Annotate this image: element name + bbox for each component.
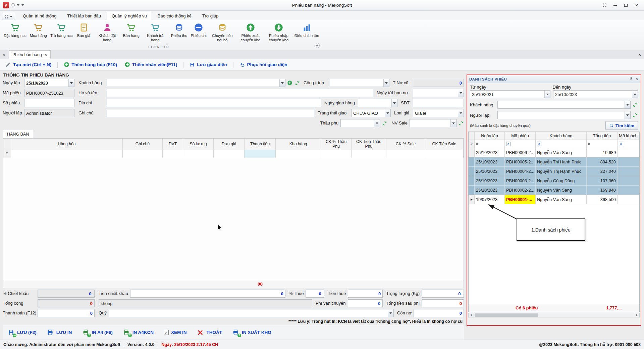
ribbon-item-chuyen-tien-noi-bo[interactable]: Chuyển tiền nội bộ (208, 21, 236, 42)
scroll-left-icon[interactable] (469, 313, 474, 317)
invoice-row[interactable]: 25/10/2023 PBH00004-2... Nguyễn Thị Hạnh… (469, 167, 639, 176)
maximize-button[interactable] (621, 2, 631, 9)
cell-ma-khach[interactable] (618, 167, 639, 176)
chevron-down-icon[interactable] (68, 79, 74, 87)
cell-khach-hang[interactable]: Nguyễn Công Dũng (536, 176, 587, 185)
new-item-row[interactable]: * (3, 150, 464, 158)
quick-access-dropdown-icon[interactable] (17, 4, 19, 6)
ribbon-item-dieu-chinh-ton[interactable]: Điều chỉnh tồn (293, 21, 321, 38)
invoice-row[interactable]: 25/10/2023 PBH00003-2... Nguyễn Công Dũn… (469, 176, 639, 186)
column-header[interactable]: CK Tiền Thầu Phụ (352, 139, 386, 150)
cell-don-gia[interactable] (214, 150, 245, 158)
ribbon-item-phieu-xuat-chuyen-kho[interactable]: Phiếu xuất chuyển kho (236, 21, 265, 42)
cell-ngay-lap[interactable]: 25/10/2023 (475, 186, 505, 195)
cell-tong-tien[interactable]: 107,360 (587, 176, 618, 185)
chevron-down-icon[interactable] (388, 309, 393, 317)
ribbon-item-phieu-thu[interactable]: Phiếu thu (169, 21, 189, 38)
save-layout-button[interactable]: Lưu giao diện (188, 61, 228, 68)
den-ngay-picker[interactable]: 25/10/2023 (553, 90, 638, 98)
filter-cell-khach-hang[interactable]: a (536, 140, 587, 148)
column-header[interactable]: ĐVT (163, 139, 183, 150)
tien-chiet-khau-field[interactable]: 0 (130, 290, 285, 298)
loai-gia-combo[interactable]: Giá lẻ (413, 109, 464, 117)
ribbon-tab-quan-ly-nghiep-vu[interactable]: Quản lý nghiệp vụ (107, 12, 152, 20)
document-tab-phieu-ban-hang[interactable]: Phiếu bán hàng × (9, 50, 51, 59)
cell-hang-hoa[interactable] (11, 150, 123, 158)
cell-ma-khach[interactable] (618, 148, 639, 157)
save-print-button[interactable]: LƯU IN (46, 328, 72, 338)
cell-tong-tien[interactable]: 227,040 (587, 167, 618, 176)
column-header[interactable]: Tổng tiền (587, 132, 618, 140)
trang-thai-giao-combo[interactable]: CHƯA GIAO (351, 109, 391, 117)
add-item-button[interactable]: Thêm hàng hóa (F10) (62, 61, 118, 68)
cell-ma-khach[interactable] (618, 195, 639, 204)
column-header[interactable]: CK % Thầu Phụ (321, 139, 352, 150)
filter-cell-ngay-lap[interactable]: = (475, 140, 505, 148)
column-header[interactable]: Thành tiền (245, 139, 276, 150)
scrollbar-thumb[interactable] (475, 313, 538, 317)
panel-khach-hang-combo[interactable] (497, 101, 631, 109)
quick-access-circle-icon[interactable] (11, 3, 15, 7)
chevron-down-icon[interactable] (450, 119, 456, 127)
panel-nguoi-lap-combo[interactable] (497, 111, 631, 119)
cell-ma-phieu[interactable]: PBH00002-2... (505, 186, 536, 195)
cell-ngay-lap[interactable]: 19/07/2023 (475, 195, 505, 204)
pin-icon[interactable] (629, 77, 633, 81)
preview-print-toggle[interactable]: ✓XEM IN (163, 329, 187, 336)
ribbon-item-ban-hang[interactable]: Bán hàng (121, 21, 141, 38)
close-tab-icon[interactable]: × (45, 52, 47, 57)
print-a4kcn-button[interactable]: ?IN A4KCN (122, 328, 154, 338)
cell-ngay-lap[interactable]: 25/10/2023 (475, 176, 505, 185)
print-warehouse-button[interactable]: ?IN XUẤT KHO (231, 328, 272, 338)
ghi-chu-input[interactable] (107, 109, 314, 117)
cell-ngay-lap[interactable]: 25/10/2023 (475, 167, 505, 176)
chevron-down-icon[interactable] (279, 79, 285, 87)
refresh-thau-phu-icon[interactable] (381, 120, 387, 126)
filter-cell-ma-phieu[interactable]: a (505, 140, 536, 148)
search-button[interactable]: Tìm kiếm (605, 121, 638, 130)
ribbon-item-dat-hang-ncc[interactable]: Đặt hàng ncc (2, 21, 28, 38)
invoice-row[interactable]: 25/10/2023 PBH00005-2... Nguyễn Thị Hạnh… (469, 157, 639, 167)
invoice-row-selected[interactable]: 19/07/2023 PBH00001-... Nguyễn Văn Sáng … (469, 195, 639, 204)
restore-layout-button[interactable]: Phục hồi giao diện (238, 61, 289, 68)
sdt-input[interactable] (413, 99, 464, 107)
cell-ck-pct-sale[interactable] (386, 150, 425, 158)
refresh-nv-sale-icon[interactable] (458, 120, 464, 126)
cell-tong-tien[interactable]: 368,500 (587, 195, 618, 204)
cell-khach-hang[interactable]: Nguyễn Văn Sáng (536, 195, 587, 204)
add-customer-icon[interactable] (287, 80, 293, 86)
column-header[interactable]: CK Tiền Sale (425, 139, 464, 150)
scroll-right-icon[interactable] (634, 313, 639, 317)
pct-thue-field[interactable]: 0. (306, 290, 324, 298)
cell-ngay-lap[interactable]: 25/10/2023 (475, 157, 505, 166)
tab-hang-ban[interactable]: HÀNG BÁN (3, 130, 33, 138)
cell-ma-phieu[interactable]: PBH00005-2... (505, 157, 536, 166)
cell-ma-khach[interactable] (618, 186, 639, 195)
invoice-row[interactable]: 25/10/2023 PBH00006-2... Nguyễn Văn Sáng… (469, 148, 639, 157)
titlebar-customize-icon[interactable] (21, 4, 24, 6)
cell-khach-hang[interactable]: Nguyễn Thị Hạnh Phúc (536, 157, 587, 166)
close-icon[interactable]: × (635, 50, 644, 59)
ribbon-item-bao-gia[interactable]: Báo giá (74, 21, 93, 38)
cell-ma-phieu[interactable]: PBH00004-2... (505, 167, 536, 176)
checkbox-checked-icon[interactable]: ✓ (164, 330, 169, 335)
tu-ngay-picker[interactable]: 25/10/2021 (470, 90, 550, 98)
invoice-row[interactable]: 25/10/2023 PBH00002-2... Nguyễn Văn Sáng… (469, 186, 639, 195)
ngay-toi-han-no-picker[interactable] (413, 89, 464, 97)
column-header[interactable]: CK % Sale (386, 139, 425, 150)
refresh-panel-nguoi-lap-icon[interactable] (632, 112, 638, 118)
ribbon-item-phieu-nhap-chuyen-kho[interactable]: Phiếu nhập chuyển kho (265, 21, 293, 42)
print-a4-button[interactable]: ?IN A4 (F6) (81, 328, 113, 338)
chevron-down-icon[interactable] (391, 99, 397, 107)
cell-ck-tien-sale[interactable] (425, 150, 464, 158)
ngay-lap-picker[interactable]: 25/10/2023 (24, 79, 74, 87)
cell-dvt[interactable] (163, 150, 183, 158)
chevron-down-icon[interactable] (632, 91, 638, 98)
thanh-toan-field[interactable]: 0 (38, 309, 95, 317)
chevron-down-icon[interactable] (625, 111, 630, 119)
cell-thanh-tien[interactable] (245, 150, 276, 158)
refresh-panel-khach-hang-icon[interactable] (632, 102, 638, 108)
ribbon-item-mua-hang[interactable]: Mua hàng (28, 21, 49, 38)
horizontal-scrollbar[interactable] (468, 313, 640, 317)
filter-cell-tong-tien[interactable]: = (587, 140, 618, 148)
